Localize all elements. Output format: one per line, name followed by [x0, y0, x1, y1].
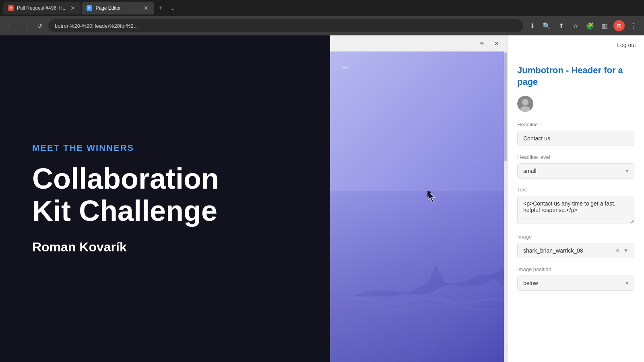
- logout-button[interactable]: Log out: [617, 42, 636, 48]
- scrollbar-track[interactable]: [504, 51, 507, 362]
- preview-text-overlay: se.: [342, 64, 495, 70]
- url-input[interactable]: [48, 19, 523, 32]
- component-title: Jumbotron - Header for a page: [517, 65, 634, 88]
- author-name: Roman Kovarík: [32, 240, 219, 255]
- tab-pull-request-label: Pull Request #496: H...: [17, 5, 66, 11]
- image-field-group: Image shark_brian_warrick_08 ✕ ▼: [517, 234, 634, 258]
- tab-overflow-button[interactable]: ⌄: [167, 2, 178, 14]
- tab-page-editor-label: Page Editor: [95, 5, 140, 11]
- browser-avatar[interactable]: R: [613, 20, 625, 31]
- main-area: MEET THE WINNERS Collaboration Kit Chall…: [0, 35, 644, 362]
- zoom-icon[interactable]: 🔍: [541, 20, 552, 31]
- image-position-select-wrapper: below above left right ▼: [517, 276, 634, 291]
- pull-request-tab-icon: P: [8, 5, 14, 11]
- extensions-icon[interactable]: 🧩: [584, 20, 596, 31]
- left-panel: MEET THE WINNERS Collaboration Kit Chall…: [0, 35, 330, 362]
- tab-pull-request[interactable]: P Pull Request #496: H... ✕: [3, 2, 81, 14]
- bookmark-icon[interactable]: ☆: [570, 20, 581, 31]
- component-avatar: [517, 96, 533, 112]
- browser-menu-icon[interactable]: ⋮: [628, 20, 639, 31]
- sidebar-icon[interactable]: ▥: [599, 20, 610, 31]
- share-icon[interactable]: ⬆: [555, 20, 567, 31]
- title-line1: Collaboration: [32, 162, 219, 195]
- image-position-field-group: Image position below above left right ▼: [517, 266, 634, 291]
- image-field-text: shark_brian_warrick_08: [523, 247, 612, 254]
- text-textarea[interactable]: <p>Contact us any time to get a fast, he…: [517, 196, 634, 224]
- browser-chrome: P Pull Request #496: H... ✕ P Page Edito…: [0, 0, 644, 35]
- download-icon[interactable]: ⬇: [526, 20, 538, 31]
- preview-close-btn[interactable]: ✕: [491, 38, 502, 49]
- headline-input[interactable]: [517, 131, 634, 146]
- svg-text:P: P: [89, 6, 91, 10]
- tab-page-editor-close[interactable]: ✕: [143, 5, 149, 11]
- svg-text:P: P: [10, 6, 12, 10]
- challenge-title: Collaboration Kit Challenge: [32, 163, 219, 226]
- tab-bar: P Pull Request #496: H... ✕ P Page Edito…: [0, 0, 644, 16]
- headline-level-label: Headline level: [517, 154, 634, 160]
- editor-body: Jumbotron - Header for a page Headline H…: [508, 55, 644, 309]
- diagonal-overlay: [258, 35, 330, 362]
- headline-level-select-wrapper: small medium large ▼: [517, 163, 634, 179]
- image-clear-icon[interactable]: ✕: [615, 247, 620, 254]
- preview-content: se.: [330, 51, 507, 362]
- headline-field-group: Headline: [517, 121, 634, 146]
- headline-level-select[interactable]: small medium large: [517, 163, 634, 179]
- shark-area: [330, 191, 507, 362]
- image-field-wrapper[interactable]: shark_brian_warrick_08 ✕ ▼: [517, 243, 634, 258]
- forward-icon[interactable]: →: [19, 20, 31, 31]
- text-field-group: Text <p>Contact us any time to get a fas…: [517, 187, 634, 226]
- text-label: Text: [517, 187, 634, 193]
- back-icon[interactable]: ←: [5, 20, 16, 31]
- image-position-select[interactable]: below above left right: [517, 276, 634, 291]
- headline-level-field-group: Headline level small medium large ▼: [517, 154, 634, 179]
- image-position-label: Image position: [517, 266, 634, 272]
- headline-label: Headline: [517, 121, 634, 128]
- jumbotron-preview: se.: [330, 51, 507, 362]
- image-chevron-icon[interactable]: ▼: [623, 248, 628, 253]
- reload-icon[interactable]: ↺: [34, 20, 45, 31]
- preview-edit-btn[interactable]: ✏: [477, 38, 488, 49]
- tab-pull-request-close[interactable]: ✕: [70, 5, 76, 11]
- preview-toolbar: ✏ ✕: [330, 35, 507, 51]
- winner-label: MEET THE WINNERS: [32, 143, 219, 153]
- editor-header: Log out: [508, 35, 644, 55]
- tab-page-editor[interactable]: P Page Editor ✕: [82, 2, 154, 14]
- new-tab-button[interactable]: +: [155, 2, 166, 14]
- svg-marker-4: [428, 192, 435, 202]
- svg-point-6: [522, 99, 528, 105]
- scrollbar-thumb[interactable]: [504, 52, 507, 161]
- shark-silhouette: [330, 191, 507, 362]
- preview-panel: ✏ ✕ se.: [330, 35, 507, 362]
- left-content: MEET THE WINNERS Collaboration Kit Chall…: [32, 143, 219, 254]
- address-bar: ← → ↺ ⬇ 🔍 ⬆ ☆ 🧩 ▥ R ⋮: [0, 16, 644, 35]
- title-line2: Kit Challenge: [32, 195, 217, 227]
- page-editor-tab-icon: P: [87, 5, 92, 11]
- editor-panel: Log out Jumbotron - Header for a page He…: [507, 35, 644, 362]
- image-label: Image: [517, 234, 634, 240]
